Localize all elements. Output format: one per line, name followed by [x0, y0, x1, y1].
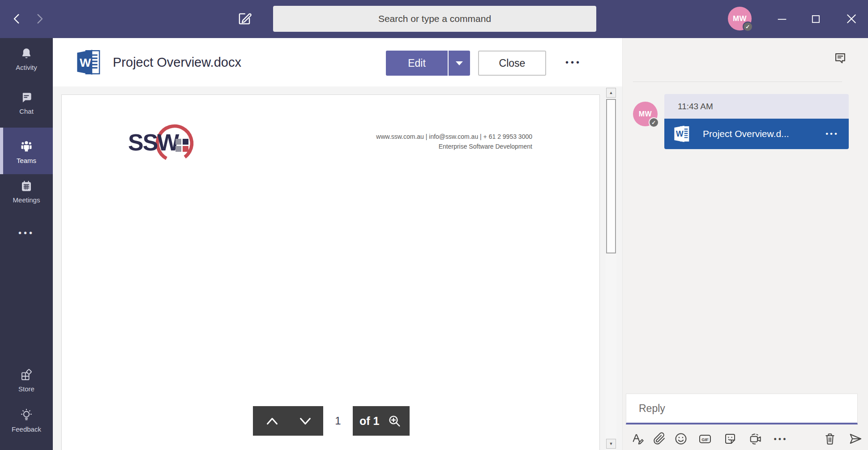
edit-dropdown-button[interactable] — [448, 51, 470, 76]
svg-text:W: W — [676, 129, 684, 138]
sidebar-item-activity[interactable]: Activity — [0, 43, 53, 79]
forward-icon[interactable] — [32, 12, 47, 26]
emoji-icon[interactable] — [674, 432, 689, 447]
bell-icon — [20, 47, 33, 60]
maximize-icon[interactable] — [810, 12, 822, 26]
send-icon[interactable] — [848, 432, 863, 447]
reply-input[interactable] — [626, 394, 857, 423]
document-viewer: SSW www.ssw.com.au | info@ssw.com.au | +… — [53, 86, 622, 450]
calendar-icon — [20, 180, 33, 193]
search-input[interactable] — [273, 6, 596, 32]
new-chat-icon[interactable] — [236, 10, 253, 27]
back-icon[interactable] — [10, 12, 24, 26]
document-preview-region: W Project Overview.docx Edit Close ••• — [53, 38, 622, 450]
gif-icon[interactable]: GIF — [698, 432, 713, 447]
attachment-file-name: Project Overview.d... — [703, 129, 789, 139]
scroll-up-icon[interactable]: ▲ — [606, 88, 616, 98]
sidebar-item-meetings[interactable]: Meetings — [0, 176, 53, 214]
user-avatar[interactable]: MW ✓ — [728, 7, 752, 30]
teams-people-icon — [19, 139, 34, 154]
lightbulb-icon — [19, 408, 34, 422]
document-page: SSW www.ssw.com.au | info@ssw.com.au | +… — [61, 94, 600, 450]
sidebar-item-label: Meetings — [0, 196, 53, 204]
contact-line-1: www.ssw.com.au | info@ssw.com.au | + 61 … — [376, 132, 532, 141]
sidebar-item-store[interactable]: Store — [0, 365, 53, 401]
attach-icon[interactable] — [652, 432, 667, 447]
sidebar-item-label: Chat — [0, 107, 53, 115]
sidebar-item-chat[interactable]: Chat — [0, 87, 53, 123]
word-file-icon: W — [673, 124, 691, 144]
sidebar-item-label: Teams — [0, 157, 53, 164]
next-page-icon[interactable] — [296, 415, 315, 427]
avatar-initials: MW — [733, 14, 747, 23]
chevron-down-icon — [456, 61, 463, 65]
ssw-logo: SSW — [128, 124, 200, 165]
word-file-icon: W — [75, 48, 103, 77]
sidebar-item-label: Feedback — [0, 425, 53, 433]
scroll-down-icon[interactable]: ▼ — [606, 439, 616, 449]
minimize-icon[interactable] — [776, 12, 788, 26]
page-number-input[interactable] — [323, 406, 353, 436]
sidebar-item-label: Store — [0, 385, 53, 393]
selected-accent-bar — [0, 128, 3, 174]
chat-bubble-icon — [20, 91, 33, 104]
attachment-more-options-icon[interactable]: ••• — [825, 129, 839, 138]
meet-now-video-icon[interactable] — [748, 432, 763, 447]
zoom-in-icon[interactable] — [387, 414, 402, 428]
format-icon[interactable] — [631, 432, 646, 447]
previous-page-icon[interactable] — [263, 415, 282, 427]
document-header: W Project Overview.docx Edit Close ••• — [53, 38, 622, 86]
status-badge-icon: ✓ — [743, 21, 753, 32]
message-timestamp: 11:43 AM — [678, 102, 713, 111]
avatar-initials: MW — [639, 110, 652, 118]
title-bar: MW ✓ — [0, 0, 868, 38]
page-navigation-toolbar: of 1 — [253, 406, 410, 436]
reply-compose-box — [626, 394, 858, 424]
letterhead-contact: www.ssw.com.au | info@ssw.com.au | + 61 … — [376, 132, 532, 151]
message-header: 11:43 AM — [664, 94, 849, 119]
scrollbar-thumb[interactable] — [606, 99, 616, 253]
status-badge-icon: ✓ — [649, 117, 659, 128]
page-number-box — [323, 406, 353, 436]
svg-text:GIF: GIF — [701, 437, 709, 442]
close-document-button[interactable]: Close — [478, 51, 546, 76]
ellipsis-icon: ••• — [18, 228, 34, 238]
conversation-toggle-icon[interactable] — [832, 51, 848, 66]
command-search — [273, 6, 596, 32]
contact-line-2: Enterprise Software Development — [376, 141, 532, 151]
sidebar-item-label: Activity — [0, 64, 53, 71]
file-attachment-card[interactable]: W Project Overview.d... ••• — [664, 119, 849, 149]
chat-header-divider — [633, 81, 842, 82]
document-scrollbar: ▲ ▼ — [606, 86, 616, 450]
edit-button[interactable]: Edit — [386, 51, 448, 76]
compose-more-options-icon[interactable]: ••• — [773, 432, 788, 447]
close-window-icon[interactable] — [845, 12, 858, 26]
store-icon — [20, 369, 33, 382]
sidebar-item-feedback[interactable]: Feedback — [0, 404, 53, 445]
sidebar-item-teams[interactable]: Teams — [0, 128, 53, 174]
svg-text:W: W — [80, 56, 91, 69]
document-title: Project Overview.docx — [113, 38, 241, 86]
teams-app-window: MW ✓ Activity Chat — [0, 0, 868, 450]
message-bubble: 11:43 AM W Project Overview.d... ••• — [664, 94, 849, 149]
sticker-icon[interactable] — [723, 432, 738, 447]
page-count-label: of 1 — [359, 406, 379, 436]
app-sidebar: Activity Chat Teams — [0, 38, 53, 450]
chat-panel: MW ✓ 11:43 AM W Project — [622, 38, 868, 450]
sidebar-more-apps[interactable]: ••• — [0, 228, 53, 242]
logo-grid-squares — [175, 139, 188, 152]
delete-icon[interactable] — [823, 432, 838, 447]
message-avatar[interactable]: MW ✓ — [633, 102, 658, 126]
logo-text: SSW — [128, 129, 178, 156]
document-more-options-icon[interactable]: ••• — [558, 51, 589, 76]
